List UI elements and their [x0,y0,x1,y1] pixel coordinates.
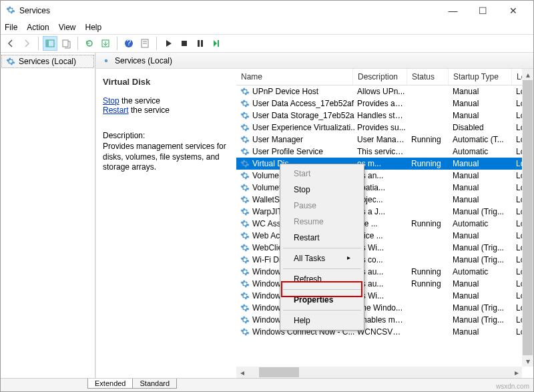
column-startup[interactable]: Startup Type [449,69,512,85]
context-pause: Pause [282,198,362,214]
service-status: Running [409,135,450,144]
menu-view[interactable]: View [59,23,76,32]
table-row[interactable]: UPnP Device HostAllows UPn...ManualLoc [236,85,533,97]
gear-icon [240,243,250,252]
context-refresh[interactable]: Refresh [282,271,362,287]
svg-rect-12 [218,40,219,47]
help-button[interactable]: ? [121,36,136,51]
svg-text:?: ? [127,38,131,47]
service-startup: Manual (Trig... [450,243,513,252]
vertical-scrollbar[interactable]: ▴▾ [522,69,533,367]
stop-service-link[interactable]: Stop [103,96,119,106]
service-name: User Data Storage_17eb52af [252,111,354,120]
service-status: Running [409,279,450,288]
service-name: UPnP Device Host [252,87,318,96]
service-startup: Automatic [450,147,513,156]
svg-rect-2 [63,40,68,47]
list-header: Name Description Status Startup Type Log [236,69,533,85]
gear-icon [240,267,250,276]
table-row[interactable]: User Experience Virtualizati...Provides … [236,122,533,134]
service-description: Provides ap... [354,99,409,108]
context-help[interactable]: Help [282,313,362,329]
service-status: Running [409,267,450,276]
detail-title: Virtual Disk [103,77,230,87]
gear-icon [240,219,250,228]
title-bar: Services — ☐ ✕ [1,1,533,21]
export-button[interactable] [98,36,113,51]
service-startup: Manual (Trig... [450,255,513,264]
column-name[interactable]: Name [236,69,353,85]
gear-icon [240,87,250,96]
maximize-button[interactable]: ☐ [468,1,498,20]
tab-standard[interactable]: Standard [132,379,177,389]
svg-rect-1 [46,40,49,47]
gear-icon [240,291,250,301]
toolbar: ? [1,34,533,53]
horizontal-scrollbar[interactable]: ◂▸ [236,367,522,378]
service-startup: Manual (Trig... [450,207,513,216]
tree-item-services-local[interactable]: Services (Local) [1,55,94,68]
gear-icon [240,231,250,240]
service-startup: Manual [450,195,513,204]
table-row[interactable]: User ManagerUser Manag...RunningAutomati… [236,134,533,146]
svg-rect-10 [198,40,200,47]
service-startup: Manual [450,279,513,288]
service-description: Handles sto... [354,111,409,120]
column-description[interactable]: Description [353,69,407,85]
table-row[interactable]: User Profile ServiceThis service ...Auto… [236,146,533,158]
service-startup: Manual [450,231,513,240]
service-description: User Manag... [354,135,409,144]
service-startup: Disabled [450,123,513,132]
tab-extended[interactable]: Extended [87,379,133,389]
stop-service-button[interactable] [177,36,192,51]
service-startup: Manual (Trig... [450,303,513,313]
panel-header: Services (Local) [96,53,533,69]
menu-action[interactable]: Action [27,23,49,32]
service-startup: Manual [450,87,513,96]
gear-icon [240,183,250,192]
table-row[interactable]: User Data Access_17eb52afProvides ap...M… [236,97,533,110]
window-controls: — ☐ ✕ [438,1,528,20]
refresh-button[interactable] [82,36,97,51]
restart-service-button[interactable] [209,36,224,51]
table-row[interactable]: User Data Storage_17eb52afHandles sto...… [236,110,533,122]
service-description: Allows UPn... [354,87,409,96]
show-hide-tree-button[interactable] [43,36,57,51]
gear-icon [240,315,250,325]
gear-icon [6,57,15,66]
pause-service-button[interactable] [193,36,208,51]
close-button[interactable]: ✕ [498,1,528,20]
tree-item-label: Services (Local) [19,57,76,66]
column-status[interactable]: Status [407,69,449,85]
service-status: Running [409,219,450,228]
minimize-button[interactable]: — [438,1,468,20]
menu-file[interactable]: File [5,23,17,32]
gear-icon [240,255,250,264]
service-startup: Manual [450,99,513,108]
restart-service-link[interactable]: Restart [103,106,129,115]
export-list-button[interactable] [59,36,73,51]
service-name: User Experience Virtualizati... [252,123,354,132]
service-startup: Manual [450,327,513,337]
context-all-tasks[interactable]: All Tasks [282,250,362,266]
start-service-button[interactable] [161,36,176,51]
menu-help[interactable]: Help [85,23,102,32]
detail-links: Stop the service Restart the service [103,96,230,115]
gear-icon [240,135,250,144]
service-startup: Manual (Trig... [450,315,513,325]
service-name: User Profile Service [252,147,323,156]
context-properties[interactable]: Properties [282,292,362,308]
context-restart[interactable]: Restart [282,230,362,246]
view-tabs: Extended Standard [1,378,533,391]
gear-icon [101,56,111,65]
forward-button[interactable] [19,36,34,51]
detail-pane: Virtual Disk Stop the service Restart th… [96,69,236,378]
context-start: Start [282,166,362,182]
properties-button[interactable] [138,36,152,51]
back-button[interactable] [3,36,18,51]
context-stop[interactable]: Stop [282,182,362,198]
app-icon [6,5,15,17]
service-startup: Manual [450,171,513,180]
gear-icon [240,171,250,180]
gear-icon [240,147,250,156]
